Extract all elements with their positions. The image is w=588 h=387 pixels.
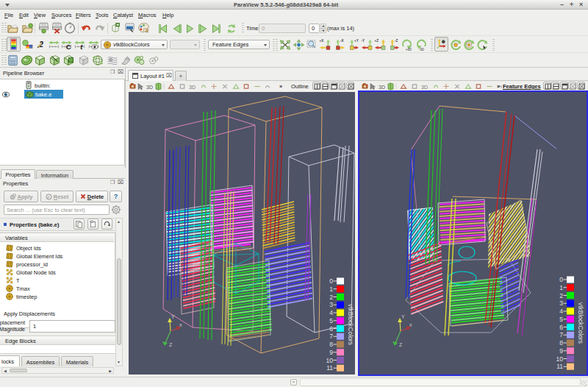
svg-text:4: 4 [329,309,333,316]
svg-text:C: C [66,43,71,50]
svg-text:2: 2 [559,292,563,299]
svg-text:3: 3 [559,299,563,307]
svg-text:8: 8 [559,339,563,347]
svg-text:+Z: +Z [375,39,379,43]
svg-text:6: 6 [329,325,333,333]
svg-text:6: 6 [559,324,563,331]
svg-text:vtkBlockColors: vtkBlockColors [577,302,584,344]
svg-text:-Y: -Y [362,39,365,43]
svg-text:11: 11 [556,363,563,370]
svg-text:9: 9 [329,349,333,356]
svg-text:x: x [409,322,412,327]
svg-text:3D: 3D [146,85,153,90]
svg-text:7: 7 [559,331,563,338]
svg-text:Z: Z [399,342,403,347]
svg-text:9: 9 [559,347,563,355]
svg-text:vtkBlockColors: vtkBlockColors [347,304,354,345]
svg-text:11: 11 [326,364,333,372]
svg-text:3D: 3D [189,85,196,90]
svg-text:+Y: +Y [354,39,359,43]
svg-text:0: 0 [329,277,333,285]
svg-text:10: 10 [326,357,334,364]
svg-text:+90: +90 [406,48,412,52]
svg-text:1: 1 [559,284,563,291]
svg-text:-90: -90 [419,48,424,52]
svg-text:2: 2 [329,294,333,301]
svg-text:x: x [179,322,182,327]
svg-text:-X: -X [340,39,344,43]
svg-text:+X: +X [320,39,324,43]
svg-text:Y: Y [171,314,175,319]
svg-text:10: 10 [556,355,564,363]
svg-text:4: 4 [559,308,563,315]
svg-text:Y: Y [401,314,405,319]
svg-text:0: 0 [559,276,563,283]
svg-text:8: 8 [329,341,333,348]
svg-text:Z: Z [169,342,173,347]
svg-text:5: 5 [329,317,333,324]
svg-text:7: 7 [329,333,333,340]
svg-text:5: 5 [559,316,563,323]
svg-text:3D: 3D [421,85,428,90]
svg-text:-Z: -Z [395,39,398,43]
svg-text:3: 3 [329,301,333,308]
svg-text:1: 1 [329,285,333,293]
svg-text:3D: 3D [379,85,385,90]
